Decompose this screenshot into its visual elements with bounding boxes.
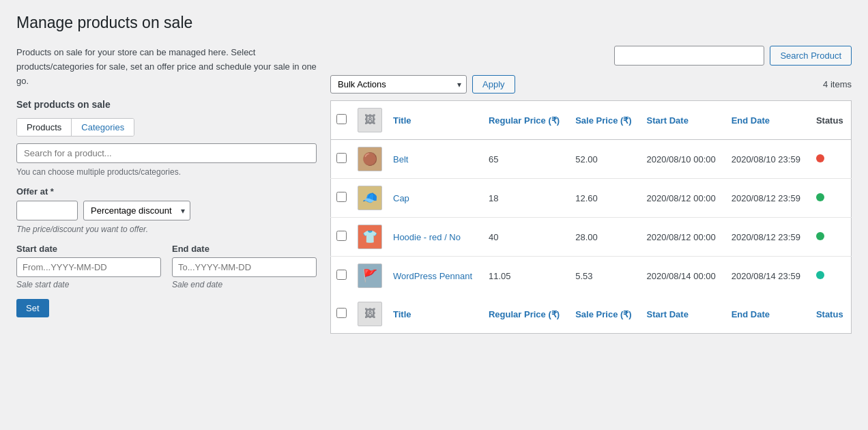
left-panel: Products on sale for your store can be m… [16,46,330,334]
end-date-label: End date [172,244,317,254]
end-date-input[interactable] [172,257,317,277]
multiple-helper: You can choose multiple products/categor… [16,167,317,177]
product-link-2[interactable]: Cap [393,193,409,203]
footer-title: Title [388,295,483,334]
row-end-date: 2020/08/12 23:59 [726,218,811,257]
bulk-actions-select[interactable]: Bulk Actions [330,75,467,94]
table-row: 👕 Hoodie - red / No 40 28.00 2020/08/12 … [331,218,852,257]
footer-image: 🖼 [352,295,388,334]
set-button[interactable]: Set [16,299,49,317]
row-sale-price: 52.00 [570,140,641,179]
end-date-group: End date [172,244,317,277]
col-header-title[interactable]: Title [388,101,483,140]
start-date-group: Start date [16,244,161,277]
product-thumbnail-1: 🟤 [358,147,382,171]
row-check [331,140,353,179]
products-table: 🖼 Title Regular Price (₹) Sale Price (₹)… [330,100,852,334]
product-link-3[interactable]: Hoodie - red / No [393,232,461,242]
product-link-4[interactable]: WordPress Pennant [393,271,472,281]
row-checkbox-2[interactable] [336,192,347,202]
footer-image-icon: 🖼 [358,302,382,326]
row-sale-price: 5.53 [570,257,641,296]
description-text: Products on sale for your store can be m… [16,46,317,88]
table-header-row: 🖼 Title Regular Price (₹) Sale Price (₹)… [331,101,852,140]
col-header-end-date[interactable]: End Date [726,101,811,140]
search-product-button[interactable]: Search Product [770,46,852,66]
search-product-input[interactable] [614,46,764,66]
status-dot-1 [816,154,824,162]
row-title: Cap [388,179,483,218]
row-start-date: 2020/08/14 00:00 [641,257,726,296]
page-wrapper: Manage products on sale Products on sale… [0,0,868,430]
offer-row: Percentage discount Fixed price Fixed di… [16,201,317,220]
page-title: Manage products on sale [16,14,852,32]
footer-check [331,295,353,334]
row-title: Hoodie - red / No [388,218,483,257]
row-end-date: 2020/08/14 23:59 [726,257,811,296]
row-checkbox-1[interactable] [336,153,347,163]
actions-bar: Bulk Actions Apply 4 items [330,75,852,94]
row-image: 👕 [352,218,388,257]
product-thumbnail-4: 🚩 [358,263,382,288]
row-image: 🚩 [352,257,388,296]
col-header-image: 🖼 [352,101,388,140]
row-regular-price: 65 [483,140,570,179]
header-image-icon: 🖼 [358,108,382,132]
offer-value-input[interactable] [16,201,78,220]
col-header-check [331,101,353,140]
row-check [331,179,353,218]
top-bar: Search Product [330,46,852,66]
col-header-start-date[interactable]: Start Date [641,101,726,140]
row-title: Belt [388,140,483,179]
offer-type-select[interactable]: Percentage discount Fixed price Fixed di… [83,201,190,220]
product-search-input[interactable] [16,143,317,163]
status-dot-2 [816,193,824,201]
tabs-container: Products Categories [16,118,134,137]
footer-end-date: End Date [726,295,811,334]
row-title: WordPress Pennant [388,257,483,296]
table-row: 🧢 Cap 18 12.60 2020/08/12 00:00 2020/08/… [331,179,852,218]
price-helper: The price/discount you want to offer. [16,225,317,234]
footer-start-date: Start Date [641,295,726,334]
product-thumbnail-2: 🧢 [358,186,382,210]
row-sale-price: 28.00 [570,218,641,257]
row-regular-price: 18 [483,179,570,218]
footer-sale-price: Sale Price (₹) [570,295,641,334]
items-count: 4 items [823,79,852,89]
tab-categories[interactable]: Categories [72,119,134,136]
end-date-helper: Sale end date [172,280,317,289]
row-sale-price: 12.60 [570,179,641,218]
row-end-date: 2020/08/10 23:59 [726,140,811,179]
row-checkbox-3[interactable] [336,231,347,241]
search-product-area: Search Product [614,46,852,66]
row-image: 🟤 [352,140,388,179]
status-dot-3 [816,232,824,240]
offer-label: Offer at * [16,186,317,197]
row-status [811,140,852,179]
status-dot-4 [816,271,824,279]
col-header-status: Status [811,101,852,140]
offer-type-wrapper: Percentage discount Fixed price Fixed di… [83,201,190,220]
main-layout: Products on sale for your store can be m… [16,46,852,334]
date-row: Start date End date [16,244,317,277]
footer-regular-price: Regular Price (₹) [483,295,570,334]
select-all-checkbox[interactable] [336,114,347,124]
apply-button[interactable]: Apply [472,75,515,94]
tab-products[interactable]: Products [17,119,72,136]
table-footer-row: 🖼 Title Regular Price (₹) Sale Price (₹)… [331,295,852,334]
row-status [811,218,852,257]
table-row: 🚩 WordPress Pennant 11.05 5.53 2020/08/1… [331,257,852,296]
row-check [331,218,353,257]
row-check [331,257,353,296]
row-start-date: 2020/08/12 00:00 [641,179,726,218]
right-panel: Search Product Bulk Actions Apply 4 item… [330,46,852,334]
row-status [811,257,852,296]
footer-select-all-checkbox[interactable] [336,308,347,318]
row-checkbox-4[interactable] [336,270,347,280]
product-link-1[interactable]: Belt [393,154,408,164]
col-header-regular-price[interactable]: Regular Price (₹) [483,101,570,140]
start-date-input[interactable] [16,257,161,277]
row-regular-price: 40 [483,218,570,257]
col-header-sale-price[interactable]: Sale Price (₹) [570,101,641,140]
row-regular-price: 11.05 [483,257,570,296]
